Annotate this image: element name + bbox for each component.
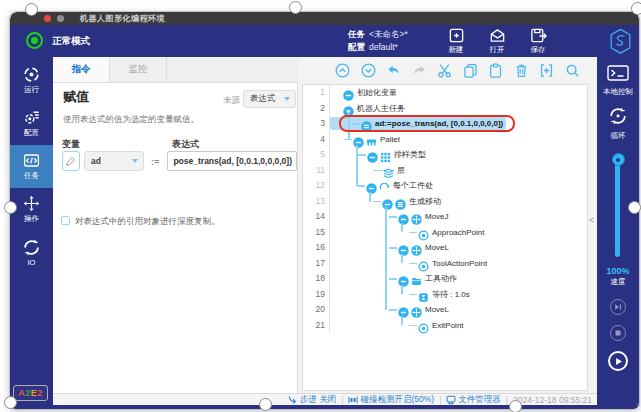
tree-toolbar — [298, 57, 597, 84]
tree-connector-stub — [409, 325, 417, 327]
tree-row[interactable]: 21ExitPoint — [303, 318, 587, 334]
tab-monitor[interactable]: 监控 — [110, 57, 167, 82]
app-header: 正常模式 任务<未命名>* 配置default* 新建打开保存 — [10, 25, 639, 57]
header-buttons: 新建打开保存 — [438, 27, 556, 55]
sidebar-item-config[interactable]: 配置 — [10, 102, 53, 145]
tree-row[interactable]: 2机器人主任务 — [303, 101, 587, 117]
layers-icon — [383, 165, 394, 176]
deep-copy-checkbox[interactable] — [61, 216, 70, 225]
search-button[interactable] — [565, 63, 580, 78]
tree-row-label: 工具动作 — [425, 273, 457, 284]
tree-row-label: 排样类型 — [394, 149, 426, 160]
tree-row[interactable]: 18工具动作 — [303, 271, 587, 287]
menu-circle-icon — [395, 196, 406, 207]
loop-icon — [379, 180, 390, 191]
play-button[interactable] — [608, 351, 628, 371]
annotation-handle — [259, 398, 272, 411]
stop-button[interactable] — [610, 325, 626, 341]
annotation-handle — [631, 2, 641, 15]
sidebar-item-label: 操作 — [24, 214, 39, 224]
tree-row[interactable]: 15ApproachPoint — [303, 225, 587, 241]
tree-row-label: MoveJ — [425, 212, 449, 221]
open-button[interactable]: 打开 — [479, 27, 515, 55]
tree-row-body: 排样类型 — [330, 148, 426, 161]
folder-icon — [411, 273, 422, 284]
tree-row-label: 机器人主任务 — [357, 103, 405, 114]
local-control-label: 本地控制 — [603, 87, 633, 97]
status-collision[interactable]: 碰撞检测开启(50%) — [348, 394, 434, 406]
status-file-manager[interactable]: 文件管理器 — [446, 394, 501, 406]
speed-slider-handle[interactable] — [612, 153, 625, 166]
tree-row[interactable]: 16MoveL — [303, 240, 587, 256]
expression-input[interactable]: pose_trans(ad, [0,0.1,0,0,0,0]) — [167, 151, 297, 171]
minus-circle-icon[interactable] — [353, 134, 364, 145]
insert-button[interactable] — [539, 63, 554, 78]
step-button[interactable] — [610, 299, 626, 315]
open-icon — [489, 27, 506, 44]
local-control-icon[interactable] — [607, 65, 629, 85]
tree-row-label: 层 — [397, 165, 405, 176]
edit-variable-button[interactable] — [62, 151, 80, 171]
move-circle-icon — [411, 211, 422, 222]
tree-row[interactable]: 20MoveL — [303, 302, 587, 318]
status-items: 步进 关闭|碰撞检测开启(50%)|文件管理器 — [288, 394, 501, 406]
paste-button[interactable] — [488, 63, 503, 78]
tree-row-body: 等待 : 1.0s — [330, 288, 470, 301]
expand-all-button[interactable] — [361, 63, 376, 78]
speed-slider-track[interactable] — [615, 157, 620, 257]
left-sidebar: 运行配置任务操作IO A2E2 — [10, 57, 53, 405]
undo-button[interactable] — [386, 63, 401, 78]
minus-circle-icon[interactable] — [366, 180, 377, 191]
tree-row[interactable]: 12每个工件处 — [303, 178, 587, 194]
right-control-bar: 本地控制 循环 100% 速度 — [597, 57, 639, 405]
deep-copy-label: 对表达式中的引用对象进行深度复制。 — [75, 216, 220, 228]
sidebar-item-label: 任务 — [24, 171, 39, 181]
status-text: 步进 关闭 — [300, 394, 336, 406]
delete-button[interactable] — [514, 63, 529, 78]
tree-row-label: 每个工件处 — [393, 180, 433, 191]
save-button[interactable]: 保存 — [520, 27, 556, 55]
status-timestamp: 2024-12-18 09:55:21 — [513, 395, 592, 405]
variable-select[interactable]: ad — [84, 151, 144, 171]
cut-button[interactable] — [437, 63, 452, 78]
window-close-button[interactable] — [44, 15, 51, 22]
sidebar-item-io[interactable]: IO — [10, 231, 53, 274]
loop-mode-icon[interactable] — [609, 107, 627, 129]
minus-circle-icon[interactable] — [343, 87, 354, 98]
tree-row[interactable]: 11层 — [303, 163, 587, 179]
minus-circle-icon[interactable] — [367, 149, 378, 160]
minus-circle-icon[interactable] — [398, 273, 409, 284]
tab-instruction[interactable]: 指令 — [53, 57, 110, 82]
assign-circle-icon — [361, 118, 372, 129]
collapse-all-button[interactable] — [335, 63, 350, 78]
tree-connector-stub — [389, 309, 397, 311]
copy-button[interactable] — [463, 63, 478, 78]
source-select[interactable]: 表达式 — [243, 90, 296, 108]
minus-circle-icon[interactable] — [398, 304, 409, 315]
status-separator: | — [341, 395, 343, 405]
config-icon — [23, 109, 40, 126]
tree-row[interactable]: 1初始化变量 — [303, 85, 587, 101]
tree-row[interactable]: 19等待 : 1.0s — [303, 287, 587, 303]
tree-row[interactable]: 5排样类型 — [303, 147, 587, 163]
redo-button[interactable] — [412, 63, 427, 78]
tree-row[interactable]: 3ad:=pose_trans(ad, [0,0.1,0,0,0,0]) — [303, 116, 587, 132]
tree-row[interactable]: 13生成移动 — [303, 194, 587, 210]
minus-circle-icon[interactable] — [398, 211, 409, 222]
tree-row-label: 生成移动 — [409, 196, 441, 207]
window-title: 机器人图形化编程环境 — [80, 12, 165, 25]
tree-connector-stub — [352, 123, 360, 125]
minus-circle-icon[interactable] — [382, 196, 393, 207]
tree-row[interactable]: 4Pallet — [303, 132, 587, 148]
panel-collapse-handle[interactable]: < — [589, 215, 594, 225]
sidebar-item-run[interactable]: 运行 — [10, 59, 53, 102]
tree-row[interactable]: 17ToolActionPoint — [303, 256, 587, 272]
tree-row-body: 层 — [330, 164, 405, 177]
status-step-status[interactable]: 步进 关闭 — [288, 394, 336, 406]
triangle-circle-icon[interactable] — [343, 103, 354, 114]
minus-circle-icon[interactable] — [398, 242, 409, 253]
window-minimize-button[interactable] — [57, 15, 64, 22]
sidebar-item-task[interactable]: 任务 — [10, 145, 53, 188]
new-button[interactable]: 新建 — [438, 27, 474, 55]
tree-row[interactable]: 14MoveJ — [303, 209, 587, 225]
